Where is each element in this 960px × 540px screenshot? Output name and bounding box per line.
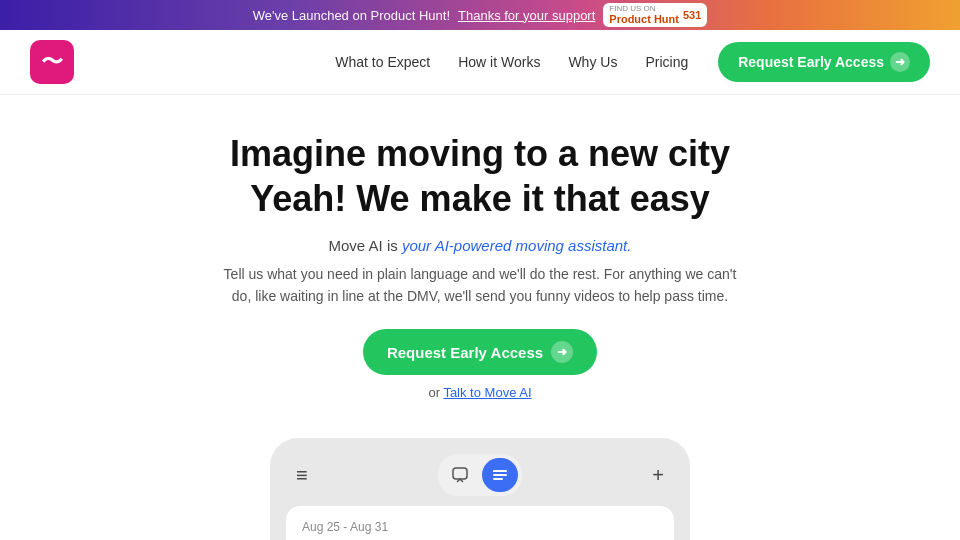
- hero-subtitle: Move AI is your AI-powered moving assist…: [20, 237, 940, 254]
- banner-link[interactable]: Thanks for your support: [458, 8, 595, 23]
- phone-toolbar: ≡ +: [286, 454, 674, 496]
- nav-pricing[interactable]: Pricing: [645, 54, 688, 70]
- talk-to-moveai-link[interactable]: Talk to Move AI: [443, 385, 531, 400]
- plus-icon[interactable]: +: [652, 464, 664, 487]
- hero-ai-link[interactable]: your AI-powered moving assistant.: [402, 237, 632, 254]
- toolbar-toggle: [438, 454, 522, 496]
- hero-heading: Imagine moving to a new city Yeah! We ma…: [20, 131, 940, 221]
- moving-card: Aug 25 - Aug 31 Premier Moving Solutions…: [286, 506, 674, 540]
- nav-cta-arrow-icon: ➜: [890, 52, 910, 72]
- ph-badge-mid: Product Hunt: [609, 13, 679, 25]
- nav-cta-button[interactable]: Request Early Access ➜: [718, 42, 930, 82]
- nav-how-it-works[interactable]: How it Works: [458, 54, 540, 70]
- svg-rect-3: [493, 478, 503, 480]
- navbar: 〜 What to Expect How it Works Why Us Pri…: [0, 30, 960, 95]
- logo[interactable]: 〜: [30, 40, 74, 84]
- hamburger-icon[interactable]: ≡: [296, 464, 308, 487]
- nav-what-to-expect[interactable]: What to Expect: [335, 54, 430, 70]
- nav-why-us[interactable]: Why Us: [568, 54, 617, 70]
- or-link-text: or Talk to Move AI: [20, 385, 940, 400]
- hero-cta-button[interactable]: Request Early Access ➜: [363, 329, 597, 375]
- svg-rect-2: [493, 474, 507, 476]
- ph-badge-count: 531: [683, 9, 701, 21]
- chat-tab-button[interactable]: [442, 458, 478, 492]
- hero-cta-arrow-icon: ➜: [551, 341, 573, 363]
- hero-description: Tell us what you need in plain language …: [220, 264, 740, 307]
- list-tab-button[interactable]: [482, 458, 518, 492]
- banner-text: We've Launched on Product Hunt!: [253, 8, 450, 23]
- logo-icon: 〜: [41, 47, 63, 77]
- card-date: Aug 25 - Aug 31: [302, 520, 658, 534]
- hero-section: Imagine moving to a new city Yeah! We ma…: [0, 95, 960, 420]
- nav-cta-label: Request Early Access: [738, 54, 884, 70]
- mockup-container: ≡ + Au: [0, 438, 960, 540]
- nav-links: What to Expect How it Works Why Us Prici…: [335, 54, 688, 70]
- hero-cta-label: Request Early Access: [387, 344, 543, 361]
- top-banner: We've Launched on Product Hunt! Thanks f…: [0, 0, 960, 30]
- product-hunt-badge[interactable]: FIND US ON Product Hunt 531: [603, 3, 707, 28]
- ph-badge-top: FIND US ON: [609, 5, 679, 14]
- svg-rect-4: [493, 470, 496, 472]
- phone-frame: ≡ + Au: [270, 438, 690, 540]
- svg-rect-0: [453, 468, 467, 479]
